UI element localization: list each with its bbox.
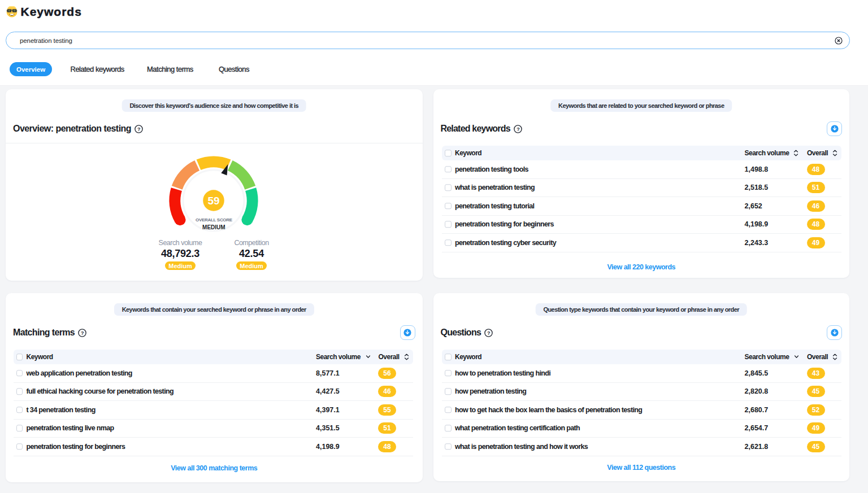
svg-text:?: ? — [81, 330, 84, 335]
svg-text:59: 59 — [208, 194, 220, 206]
svg-text:?: ? — [137, 126, 140, 132]
svg-text:?: ? — [517, 126, 519, 132]
svg-text:?: ? — [487, 330, 490, 335]
